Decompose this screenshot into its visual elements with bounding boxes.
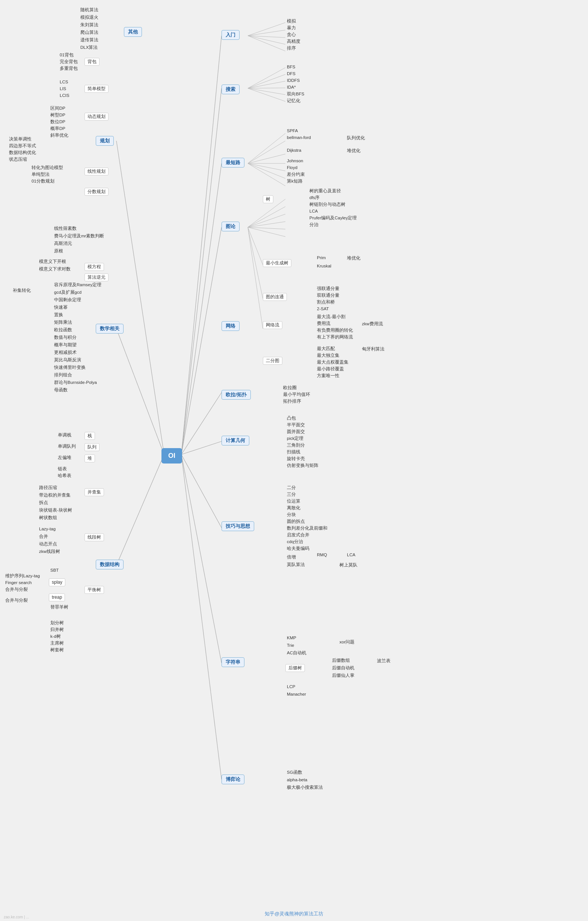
sub-bingchaji: 并查集 [84,488,104,496]
leaf-hafman: 哈夫曼编码 [285,545,311,552]
sub-dui: 堆 [84,454,95,462]
leaf-rmq: RMQ [315,552,328,558]
svg-line-20 [248,88,285,88]
leaf-zuidagaibei: 最大点权覆盖集 [315,359,350,366]
leaf-chadian: 拆点 [37,500,50,506]
leaf-chafen: 差分约束 [285,171,306,178]
leaf-saomiao: 扫描线 [285,449,302,455]
leaf-zhihuan: 置换 [52,312,65,318]
leaf-fufeiyongquan: 有负费用圈的转化 [315,327,354,334]
leaf-gaojingdu: 高精度 [285,38,302,45]
leaf-yuantj: 圆的拆点 [285,518,306,525]
leaf-guibing: 归并树 [49,626,65,633]
leaf-lcs: LCS [58,79,70,85]
sub-dongtaiguihua: 动态规划 [84,113,109,120]
leaf-shu-zhongxin: 树的重心及直径 [308,188,343,194]
svg-line-11 [116,454,164,565]
leaf-gaosixiao: 高斯消元 [52,241,73,247]
leaf-sg: SG函数 [285,769,304,776]
svg-line-31 [248,207,285,227]
svg-line-38 [248,227,263,329]
leaf-trie: Trie [285,642,296,649]
leaf-zuixiao-lujing: 最小路径覆盖 [315,366,346,372]
leaf-modui: 莫队算法 [285,561,306,568]
leaf-shuweidp: 数位DP [49,119,67,125]
leaf-feiyongliu: 费用流 [315,321,332,327]
leaf-zuixiaopingjun: 最小平均值环 [282,391,312,398]
leaf-moni: 模拟 [285,18,297,24]
svg-line-4 [181,392,221,454]
svg-line-16 [248,36,285,51]
leaf-lianbiao: 链表 [56,466,68,472]
category-sousuo: 搜索 [221,85,240,94]
leaf-johnson: Johnson [285,158,304,164]
leaf-weihu-lazy: 维护序列Lazy-tag [4,573,41,579]
leaf-iddfs: IDDFS [285,77,302,84]
leaf-gcd: gcd及扩展gcd [52,289,83,296]
footer: 知乎@灵魂熊神的算法工坊 [0,911,588,917]
sub-xianxingguihua: 线性规划 [84,168,109,176]
leaf-feima: 费马小定理及mr素数判断 [52,233,106,239]
svg-line-6 [181,454,221,528]
category-jiqiao: 技巧与思想 [221,521,254,531]
leaf-duilie-youhua: 队列优化 [346,135,367,141]
leaf-lcp: LCP [285,683,297,690]
leaf-beizeng: 倍增 [285,554,297,560]
leaf-prim: Prim [315,255,327,261]
leaf-qifashi: 启发式合并 [285,532,311,538]
leaf-hashbiao: 哈希表 [56,472,73,479]
leaf-lazytag: Lazy-tag [37,526,57,532]
sub-houzhui: 后缀树 [285,664,305,672]
leaf-alphabeta: alpha-beta [285,777,309,783]
leaf-gengjiangsun: 更相减损术 [52,349,78,356]
svg-line-32 [248,214,285,227]
leaf-jiyihua: 记忆化 [285,98,302,104]
leaf-fft: 快速傅里叶变换 [52,364,87,371]
leaf-hebing-fz: 合并与分裂 [4,586,29,593]
mind-map: OI 入门 模拟 暴力 贪心 高精度 排序 搜索 BFS DFS IDDFS I… [0,0,588,921]
svg-line-2 [181,163,221,454]
leaf-xianxingchaisu: 线性筛素数 [52,225,78,232]
leaf-zhuxishu: 主席树 [49,640,65,646]
sub-erjiantu: 二分图 [263,357,283,365]
leaf-shuzhi: 数值与积分 [52,334,78,341]
leaf-juzhen: 矩阵乘法 [52,319,73,325]
leaf-xielv: 斜率优化 [49,132,70,138]
svg-line-24 [248,141,285,163]
leaf-tanxin: 贪心 [285,31,297,38]
leaf-floyd: Floyd [285,164,299,171]
category-boyi: 博弈论 [221,775,244,784]
leaf-pick: pick定理 [285,435,305,442]
leaf-dfs: DFS [285,71,297,77]
leaf-gailv2: 概率与期望 [52,342,78,348]
leaf-suijisuanfa: 随机算法 [79,7,100,13]
svg-line-19 [248,81,285,88]
leaf-lca: LCA [308,208,319,215]
svg-line-18 [248,74,285,88]
leaf-zuidapipei: 最大匹配 [315,345,336,352]
leaf-fenkuai: 分块 [285,512,297,518]
leaf-ac: AC自动机 [285,650,308,656]
leaf-kuaisumi: 快速幂 [52,304,69,311]
svg-line-8 [181,454,221,779]
leaf-bfs: BFS [285,64,297,70]
sub-mofangcheng: 模方程 [84,263,104,271]
leaf-cdq: cdq分治 [285,539,304,545]
svg-line-23 [248,133,285,163]
leaf-oulaquan: 欧拉圈 [282,385,298,391]
leaf-shuangliantong: 双联通分量 [315,292,341,299]
leaf-dfsx: dfs序 [308,195,321,201]
leaf-lujingyasuo: 路径压缩 [37,485,58,491]
svg-line-9 [116,141,164,454]
leaf-qianliantong: 强联通分量 [315,285,341,292]
leaf-huafen: 划分树 [49,620,65,626]
leaf-shutaoshu: 树套树 [49,647,65,653]
svg-line-0 [181,36,221,454]
leaf-hebing: 合并 [37,534,50,540]
leaf-dijkstra: Dijkstra [285,147,303,154]
leaf-hebing-fz2: 合并与分裂 [4,597,29,604]
category-zifuchuan: 字符串 [221,657,244,667]
leaf-rongchi: 容斥原理及Ramsey定理 [52,282,103,288]
leaf-zuidaduliji: 最大独立集 [315,352,341,359]
leaf-moyixia-log: 模意义下求对数 [37,266,72,272]
